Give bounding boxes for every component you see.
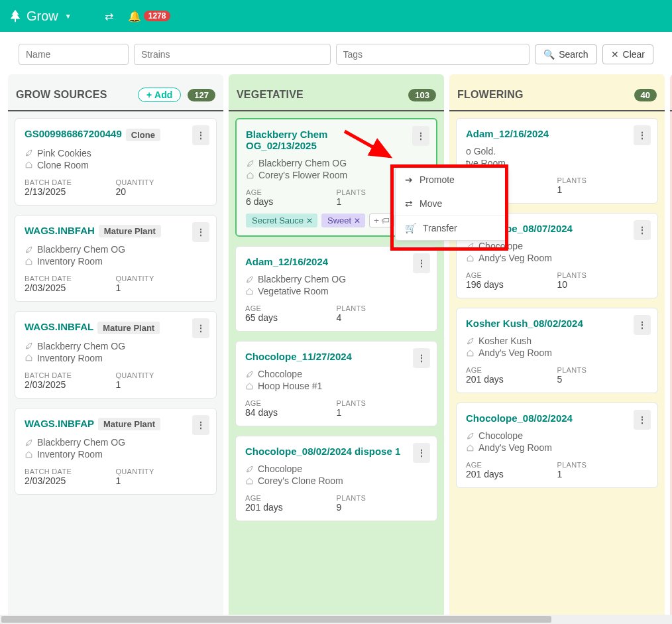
stat-1: AGE65 days [245,304,337,323]
card[interactable]: ⋮ Adam_12/16/2024 Blackberry Chem OGVege… [235,246,437,332]
card[interactable]: ⋮ Chocolope_08/02/2024 ChocolopeAndy's V… [456,403,658,488]
stat-1: BATCH DATE2/03/2025 [25,468,116,486]
stat-2: QUANTITY1 [116,468,207,486]
room-row: Andy's Veg Room [466,253,648,263]
column-flowering: FLOWERING 40 ⋮ Adam_12/16/2024 o Gold.tv… [449,74,665,618]
stat-1: AGE84 days [245,399,337,418]
brand-label: Grow [27,9,58,24]
add-button[interactable]: + Add [138,88,181,102]
bell-icon: 🔔 [128,10,141,23]
stat-2: PLANTS1 [557,461,649,479]
card-title: WAGS.INBFAPMature Plant [25,418,207,431]
stat-2: PLANTS9 [337,494,428,513]
card-menu-button[interactable]: ⋮ [192,222,209,242]
card-menu-button[interactable]: ⋮ [413,253,430,273]
card-menu-button[interactable]: ⋮ [634,410,651,430]
search-button[interactable]: 🔍 Search [535,44,596,64]
strain-row: Blackberry Chem OG [25,244,207,255]
strain-row: Blackberry Chem OG [245,274,427,284]
popover-transfer[interactable]: 🛒 Transfer [396,216,507,240]
card-menu-button[interactable]: ⋮ [634,220,651,240]
card-title: WAGS.INBFALMature Plant [25,321,207,334]
card-menu-button[interactable]: ⋮ [192,415,209,435]
card-actions-popover: ➔ Promote ⇄ Move 🛒 Transfer [395,167,508,241]
count-badge: 127 [188,89,215,101]
room-row: Clone Room [25,160,207,170]
notification-count: 1278 [144,11,171,21]
tag[interactable]: Sweet✕ [321,214,365,227]
card-menu-button[interactable]: ⋮ [192,125,209,145]
card[interactable]: ⋮ GS009986867200449Clone Pink CookiesClo… [15,118,217,206]
column-vegetative: VEGETATIVE 103 ⋮ Blackberry Chem OG_02/1… [229,74,444,618]
tag[interactable]: Secret Sauce✕ [246,214,317,227]
card-menu-button[interactable]: ⋮ [192,318,209,338]
room-row: Hoop House #1 [245,381,427,391]
type-chip: Mature Plant [97,322,160,334]
stat-1: AGE196 days [466,271,557,290]
remove-tag-icon[interactable]: ✕ [306,216,313,225]
strain-row: Chocolope [466,241,648,251]
card[interactable]: ⋮ WAGS.INBFALMature Plant Blackberry Che… [15,311,217,399]
name-filter-input[interactable] [19,44,129,65]
room-row: Inventory Room [25,353,207,363]
card-menu-button[interactable]: ⋮ [413,348,430,368]
stat-1: BATCH DATE2/13/2025 [25,178,116,197]
room-row: Inventory Room [25,449,207,460]
tags-filter-input[interactable] [336,44,530,65]
column-title: FLOWERING [457,89,634,101]
stat-1: AGE201 days [466,366,557,385]
stat-1: AGE201 days [466,461,557,479]
strain-row: Pink Cookies [25,148,207,158]
card-title: Chocolope_08/02/2024 [466,412,648,424]
card-menu-button[interactable]: ⋮ [634,315,651,335]
clear-button[interactable]: ✕ Clear [602,44,653,64]
stat-1: BATCH DATE2/03/2025 [25,371,116,390]
swap-icon[interactable]: ⇄ [105,10,113,23]
x-icon: ✕ [611,49,619,60]
card-title: WAGS.INBFAHMature Plant [25,225,207,238]
stat-2: QUANTITY1 [116,371,207,390]
stat-1: BATCH DATE2/03/2025 [25,275,116,293]
card-title: GS009986867200449Clone [25,128,207,141]
column-grow-sources: GROW SOURCES + Add 127 ⋮ GS0099868672004… [8,74,223,618]
brand[interactable]: Grow ▼ [8,9,72,24]
card-menu-button[interactable]: ⋮ [634,125,651,145]
topbar: Grow ▼ ⇄ 🔔 1278 [0,0,672,32]
type-chip: Clone [126,129,160,141]
stat-2: PLANTS1 [337,399,428,418]
room-row: Andy's Veg Room [466,442,648,453]
strain-row: Chocolope [245,464,427,474]
card[interactable]: ⋮ Kosher Kush_08/02/2024 Kosher KushAndy… [456,308,658,393]
stat-2: PLANTS1 [557,176,649,195]
strain-row: Chocolope [466,430,648,441]
card-title: Kosher Kush_08/02/2024 [466,318,648,329]
search-icon: 🔍 [543,49,555,60]
card-menu-button[interactable]: ⋮ [412,126,429,146]
card-menu-button[interactable]: ⋮ [413,443,430,463]
popover-move[interactable]: ⇄ Move [396,192,507,216]
notifications[interactable]: 🔔 1278 [128,10,171,23]
stat-1: AGE6 days [246,188,337,207]
card[interactable]: ⋮ Chocolope_11/27/2024 ChocolopeHoop Hou… [235,341,437,426]
horizontal-scrollbar[interactable] [0,615,672,624]
add-tag-button[interactable]: + 🏷 [369,214,394,227]
room-row: Corey's Clone Room [245,475,427,486]
strains-filter-input[interactable] [134,44,331,65]
strain-row: Blackberry Chem OG [25,341,207,351]
card[interactable]: ⋮ WAGS.INBFAHMature Plant Blackberry Che… [15,215,217,302]
cart-icon: 🛒 [405,223,416,233]
room-row: Andy's Veg Room [466,347,648,358]
card-title: Chocolope_08/02/2024 dispose 1 [245,446,427,457]
card[interactable]: ⋮ Chocolope_08/02/2024 dispose 1 Chocolo… [235,436,437,521]
card[interactable]: ⋮ WAGS.INBFAPMature Plant Blackberry Che… [15,408,217,495]
scrollbar-thumb[interactable] [1,616,551,623]
remove-tag-icon[interactable]: ✕ [354,216,361,225]
strain-row: o Gold. [466,146,648,156]
popover-promote[interactable]: ➔ Promote [396,168,507,192]
strain-row: Kosher Kush [466,336,648,346]
strain-row: Chocolope [245,369,427,379]
count-badge: 103 [408,89,436,101]
stat-1: AGE201 days [245,494,337,513]
board: GROW SOURCES + Add 127 ⋮ GS0099868672004… [0,74,672,618]
room-row: Inventory Room [25,256,207,267]
